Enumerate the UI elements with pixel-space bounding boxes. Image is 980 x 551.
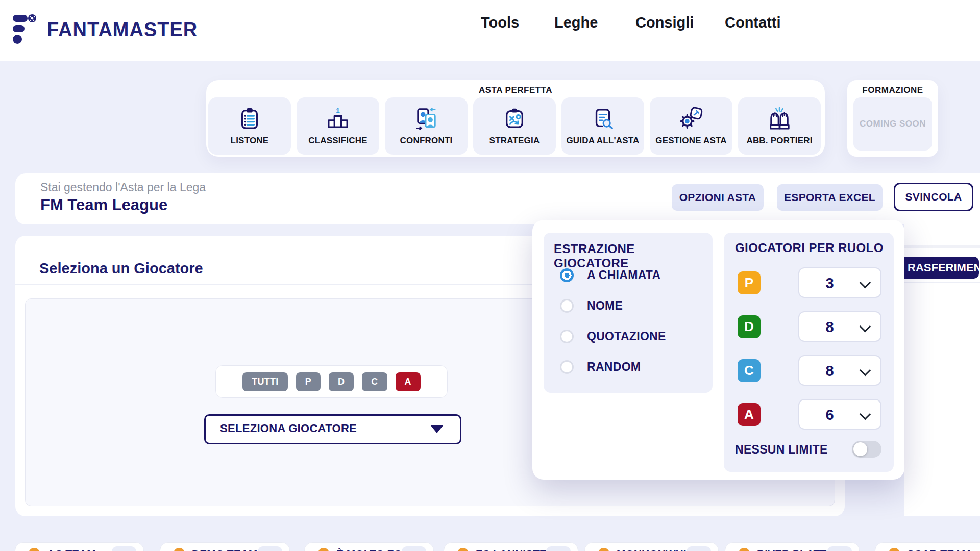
tile-classifiche[interactable]: 1 CLASSIFICHE (297, 97, 379, 155)
radio-unselected-icon (560, 299, 574, 313)
tile-label: GESTIONE ASTA (655, 136, 727, 146)
svincola-button[interactable]: SVINCOLA (894, 183, 973, 211)
team-color-dot (174, 548, 185, 551)
tile-label: LISTONE (231, 136, 269, 146)
estrazione-title: ESTRAZIONE GIOCATORE (554, 242, 713, 270)
opzioni-asta-button[interactable]: OPZIONI ASTA (672, 184, 764, 211)
tile-label: CLASSIFICHE (308, 136, 368, 146)
tile-listone[interactable]: LISTONE (208, 97, 291, 155)
fantamaster-app: FANTAMASTER Tools Leghe Consigli Contatt… (0, 0, 980, 551)
document-search-icon (591, 107, 615, 132)
radio-quotazione[interactable]: QUOTAZIONE (560, 330, 666, 343)
radio-selected-icon (560, 268, 574, 282)
team-card[interactable]: MONKONWHIS (584, 542, 719, 551)
team-color-dot (318, 548, 329, 551)
team-color-dot (889, 548, 900, 551)
tile-gestione-asta[interactable]: GESTIONE ASTA (650, 97, 732, 155)
team-color-dot (457, 548, 469, 551)
giocatori-per-ruolo-section: GIOCATORI PER RUOLO P 3 D 8 C 8 A 6 NESS… (724, 233, 894, 472)
role-count-select-d[interactable]: 8 (798, 311, 881, 342)
player-select-dropdown[interactable]: SELEZIONA GIOCATORE (204, 414, 461, 444)
tile-label: GUIDA ALL'ASTA (566, 136, 639, 146)
tile-abb-portieri[interactable]: ABB. PORTIERI (738, 97, 821, 155)
estrazione-giocatore-section: ESTRAZIONE GIOCATORE A CHIAMATA NOME QUO… (544, 233, 713, 393)
tile-label: STRATEGIA (489, 136, 540, 146)
team-card[interactable]: È MOLTO FOR (304, 542, 434, 551)
fantamaster-logo-icon (12, 12, 37, 47)
panel-divider (904, 282, 980, 283)
podium-icon: 1 (326, 107, 350, 132)
trasferimenti-button[interactable]: RASFERIMENTI (904, 257, 979, 279)
tactics-board-icon (503, 107, 526, 132)
team-card-action-button[interactable] (546, 546, 571, 551)
role-filter-group: TUTTI P D C A (215, 365, 448, 398)
team-card[interactable]: DEMO TEAM (160, 542, 290, 551)
gear-gavel-icon (678, 107, 704, 132)
toolbar-tiles: LISTONE 1 CLASSIFICHE (208, 97, 821, 155)
filter-p-chip[interactable]: P (296, 372, 321, 391)
nessun-limite-label: NESSUN LIMITE (735, 443, 828, 457)
radio-random[interactable]: RANDOM (560, 360, 641, 374)
role-count-select-a[interactable]: 6 (798, 399, 881, 430)
team-card[interactable]: RIVER PLATT (725, 542, 860, 551)
team-color-dot (598, 548, 609, 551)
role-count-select-c[interactable]: 8 (798, 355, 881, 386)
role-badge-a: A (738, 403, 761, 426)
team-card[interactable]: FC LANNISTE (444, 542, 578, 551)
brand-logo[interactable]: FANTAMASTER (12, 12, 198, 47)
goalkeeper-gloves-icon (767, 107, 792, 132)
tile-strategia[interactable]: STRATEGIA (473, 97, 556, 155)
panel-divider (904, 245, 980, 248)
chevron-down-icon (860, 321, 871, 333)
team-card-action-button[interactable] (258, 546, 282, 551)
nav-consigli[interactable]: Consigli (635, 14, 694, 31)
filter-c-chip[interactable]: C (362, 372, 387, 391)
team-card-action-button[interactable] (402, 546, 426, 551)
top-navigation-bar: FANTAMASTER Tools Leghe Consigli Contatt… (0, 0, 980, 61)
clipboard-list-icon (238, 107, 261, 132)
nav-tools[interactable]: Tools (481, 14, 519, 31)
tile-label: ABB. PORTIERI (746, 136, 812, 146)
brand-name: FANTAMASTER (47, 19, 198, 41)
nessun-limite-toggle[interactable] (852, 441, 881, 458)
radio-nome[interactable]: NOME (560, 299, 623, 313)
team-card-action-button[interactable] (112, 546, 136, 551)
team-card-action-button[interactable] (687, 546, 711, 551)
role-badge-d: D (738, 315, 761, 338)
formazione-title: FORMAZIONE (847, 85, 938, 95)
team-color-dot (29, 548, 40, 551)
chevron-down-icon (860, 365, 871, 377)
filter-d-chip[interactable]: D (329, 372, 354, 391)
league-bar: Stai gestendo l'Asta per la Lega FM Team… (15, 173, 980, 224)
nav-contatti[interactable]: Contatti (725, 14, 781, 31)
esporta-excel-button[interactable]: ESPORTA EXCEL (777, 184, 883, 211)
team-card[interactable]: AC TEAM (15, 542, 144, 551)
league-subtitle: Stai gestendo l'Asta per la Lega (40, 181, 206, 194)
nav-leghe[interactable]: Leghe (554, 14, 598, 31)
team-card[interactable]: SCAR TEAM (875, 542, 980, 551)
team-card-action-button[interactable] (827, 546, 852, 551)
ruoli-title: GIOCATORI PER RUOLO (735, 241, 884, 255)
compare-players-icon (414, 107, 438, 132)
role-count-select-p[interactable]: 3 (798, 267, 881, 298)
svg-text:1: 1 (336, 107, 340, 114)
transfers-panel-partial: RASFERIMENTI (904, 224, 980, 516)
dropdown-triangle-icon (430, 425, 444, 433)
chevron-down-icon (860, 409, 871, 420)
tile-guida-asta[interactable]: GUIDA ALL'ASTA (561, 97, 644, 155)
player-select-value: SELEZIONA GIOCATORE (220, 422, 357, 435)
asta-perfetta-title: ASTA PERFETTA (206, 85, 825, 95)
radio-unselected-icon (560, 360, 574, 374)
formazione-card: FORMAZIONE COMING SOON (847, 80, 938, 157)
league-name: FM Team League (40, 196, 167, 214)
role-badge-c: C (738, 359, 761, 382)
tile-confronti[interactable]: CONFRONTI (385, 97, 468, 155)
coming-soon-badge: COMING SOON (853, 97, 932, 151)
tile-label: CONFRONTI (400, 136, 453, 146)
radio-a-chiamata[interactable]: A CHIAMATA (560, 268, 660, 282)
filter-tutti-chip[interactable]: TUTTI (242, 372, 288, 391)
asta-options-popup: ESTRAZIONE GIOCATORE A CHIAMATA NOME QUO… (532, 220, 904, 480)
filter-a-chip[interactable]: A (396, 372, 421, 391)
radio-unselected-icon (560, 330, 574, 343)
team-color-dot (739, 548, 750, 551)
